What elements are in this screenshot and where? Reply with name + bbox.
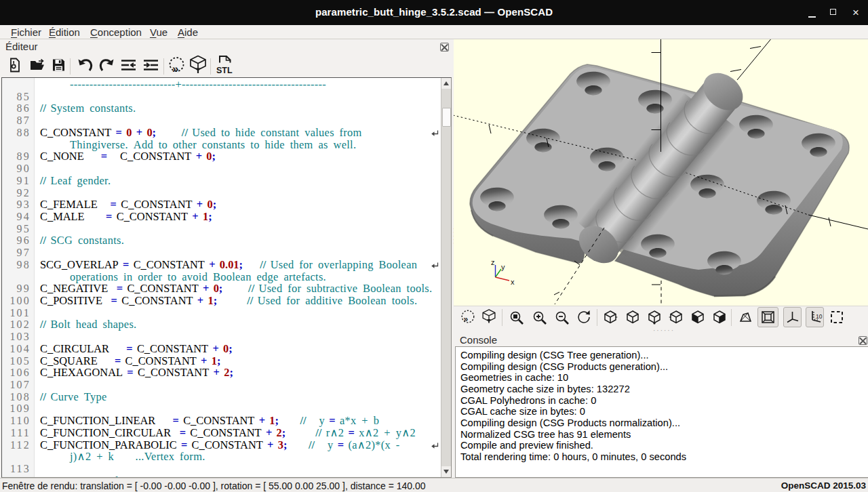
svg-text:»: » xyxy=(464,314,469,324)
svg-text:»: » xyxy=(172,62,178,75)
svg-text:10: 10 xyxy=(816,313,823,320)
svg-text:STL: STL xyxy=(216,66,233,75)
svg-text:z: z xyxy=(491,258,495,266)
svg-text:x: x xyxy=(511,278,515,286)
svg-text:y: y xyxy=(501,263,505,271)
